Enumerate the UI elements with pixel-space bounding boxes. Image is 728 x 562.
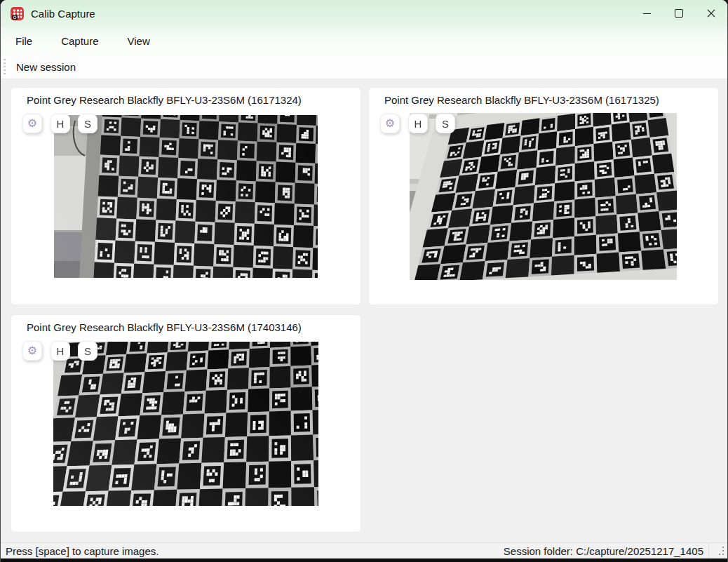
camera-title: Point Grey Research Blackfly BFLY-U3-23S… [27, 321, 302, 333]
session-folder-label: Session folder: C:/capture/20251217_1405 [504, 545, 703, 557]
minimize-icon [643, 13, 651, 14]
stats-button[interactable]: S [78, 114, 97, 133]
close-button[interactable] [695, 0, 727, 27]
stats-button[interactable]: S [436, 114, 455, 133]
camera-grid: Point Grey Research Blackfly BFLY-U3-23S… [1, 79, 727, 542]
window-title: Calib Capture [31, 8, 95, 20]
camera-panel-16171324: Point Grey Research Blackfly BFLY-U3-23S… [11, 87, 361, 305]
gear-icon: ⚙ [385, 118, 395, 129]
resize-grip[interactable] [708, 543, 727, 559]
histogram-button[interactable]: H [50, 341, 70, 361]
camera-title: Point Grey Research Blackfly BFLY-U3-23S… [384, 94, 659, 106]
camera-settings-button[interactable]: ⚙ [22, 114, 42, 133]
new-session-button[interactable]: New session [16, 61, 76, 73]
toolbar-grip [4, 59, 6, 74]
status-hint: Press [space] to capture images. [6, 545, 159, 557]
gear-icon: ⚙ [27, 118, 37, 129]
stats-button[interactable]: S [78, 341, 97, 361]
camera-title: Point Grey Research Blackfly BFLY-U3-23S… [27, 94, 302, 106]
app-window: Calib Capture File Capture View New sess… [0, 0, 728, 562]
camera-preview [54, 115, 318, 278]
camera-panel-16171325: Point Grey Research Blackfly BFLY-U3-23S… [368, 87, 719, 305]
maximize-icon [675, 9, 683, 18]
minimize-button[interactable] [631, 0, 663, 27]
camera-settings-button[interactable]: ⚙ [380, 114, 400, 133]
camera-preview [410, 113, 677, 280]
camera-settings-button[interactable]: ⚙ [22, 341, 42, 361]
histogram-button[interactable]: H [408, 114, 428, 133]
histogram-button[interactable]: H [50, 114, 70, 133]
menu-view[interactable]: View [128, 35, 150, 47]
camera-panel-17403146: Point Grey Research Blackfly BFLY-U3-23S… [11, 314, 361, 533]
menu-file[interactable]: File [15, 35, 32, 47]
menu-bar: File Capture View [1, 27, 727, 55]
gear-icon: ⚙ [27, 345, 37, 356]
toolbar: New session [1, 55, 727, 79]
app-icon [10, 6, 25, 21]
maximize-button[interactable] [663, 0, 695, 27]
title-bar: Calib Capture [1, 0, 727, 27]
camera-preview [53, 342, 318, 506]
menu-capture[interactable]: Capture [61, 35, 98, 47]
close-icon [707, 9, 715, 18]
window-bottom-edge [1, 558, 727, 562]
status-bar: Press [space] to capture images. Session… [1, 542, 727, 558]
